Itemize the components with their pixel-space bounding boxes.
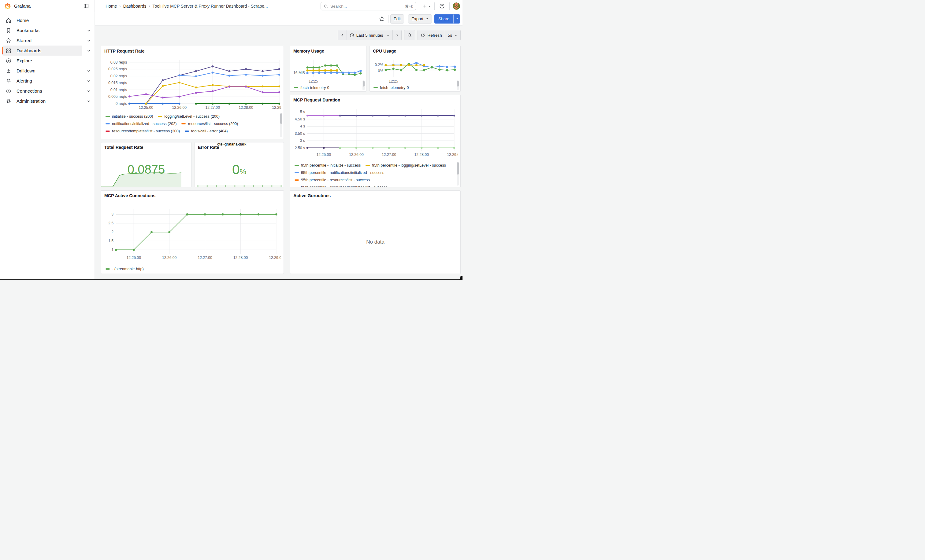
legend-item[interactable]: logging/setLevel - success (200) [158, 113, 220, 120]
panel-title[interactable]: Error Rate [198, 145, 219, 150]
sidebar-item-label: Administration [17, 98, 45, 104]
legend-item[interactable]: initialize - success (200) [105, 113, 153, 120]
legend-item[interactable]: notifications/initialized - success (202… [105, 120, 176, 128]
sidebar-item-explore[interactable]: Explore [3, 56, 82, 66]
legend-swatch [158, 116, 162, 117]
error-rate-sparkline[interactable] [197, 183, 282, 187]
legend-swatch [374, 87, 378, 89]
legend-item[interactable]: 95th percentile - initialize - success [295, 162, 361, 169]
no-data-message: No data [290, 239, 460, 245]
divider [406, 15, 406, 23]
legend-item[interactable]: 95th percentile - resources/templates/li… [295, 184, 387, 187]
svg-text:12:25:00: 12:25:00 [127, 255, 141, 260]
cpu-usage-chart[interactable]: 0.2%0%12:25 [372, 56, 458, 84]
sidebar-item-alerting[interactable]: Alerting [3, 76, 82, 86]
time-shift-forward-button[interactable] [393, 30, 401, 40]
refresh-group: Refresh 5s [417, 30, 461, 41]
legend-item[interactable]: tools/list - success (200) [160, 135, 207, 137]
chevron-down-icon[interactable] [87, 89, 91, 93]
legend-item[interactable]: resources/list - success (200) [181, 120, 238, 128]
svg-text:12:29:00: 12:29:00 [447, 153, 458, 157]
svg-text:2.5: 2.5 [108, 221, 113, 225]
star-icon [6, 38, 12, 44]
add-button[interactable] [422, 4, 431, 9]
legend-item[interactable]: tools/call - success (200) [105, 135, 154, 137]
mcp-active-connections-chart[interactable]: 32.521.5112:25:0012:26:0012:27:0012:28:0… [104, 203, 281, 263]
share-dropdown-button[interactable] [453, 14, 460, 24]
svg-text:0.2%: 0.2% [375, 63, 383, 67]
share-button[interactable]: Share [434, 14, 453, 24]
legend-item[interactable]: resources/templates/list - success (200) [105, 128, 180, 135]
refresh-button[interactable]: Refresh [418, 30, 445, 40]
breadcrumb-home[interactable]: Home [105, 4, 117, 9]
panel-title[interactable]: HTTP Request Rate [104, 49, 145, 54]
memory-usage-chart[interactable]: 16 MiB12:25 [292, 56, 364, 84]
svg-text:12:27:00: 12:27:00 [382, 153, 396, 157]
panel-title[interactable]: MCP Request Duration [293, 98, 340, 102]
dashboard-canvas: Last 5 minutes Refresh 5s [95, 26, 462, 280]
sidebar-item-starred[interactable]: Starred [3, 36, 82, 45]
panel-title[interactable]: Memory Usage [293, 49, 324, 54]
sidebar-item-connections[interactable]: Connections [3, 86, 82, 96]
dashboard-toolbar: Edit Export Share [95, 12, 462, 26]
legend-label: 95th percentile - resources/list - succe… [301, 178, 370, 182]
sidebar-collapse-icon[interactable] [82, 2, 90, 11]
sidebar-item-drilldown[interactable]: Drilldown [3, 66, 82, 76]
panel-title[interactable]: CPU Usage [373, 49, 396, 54]
time-shift-back-button[interactable] [338, 30, 347, 40]
legend-label: logging/setLevel - success (200) [164, 114, 220, 119]
http-request-rate-chart[interactable]: 0 req/s0.005 req/s0.01 req/s0.015 req/s0… [104, 57, 281, 111]
zoom-out-button[interactable] [404, 30, 415, 40]
legend-label: initialize - success (200) [112, 114, 153, 119]
star-icon[interactable] [378, 15, 386, 23]
chevron-down-icon[interactable] [87, 69, 91, 73]
legend-scrollbar [457, 80, 459, 90]
panel-title[interactable]: Active Goroutines [293, 193, 331, 198]
chevron-down-icon[interactable] [87, 29, 91, 33]
help-icon[interactable] [438, 2, 446, 11]
chevron-down-icon[interactable] [87, 99, 91, 103]
chevron-down-icon[interactable] [87, 39, 91, 43]
search-box[interactable]: ⌘+k [321, 2, 416, 11]
chevron-down-icon [425, 17, 429, 21]
scrollbar-thumb[interactable] [457, 162, 459, 174]
export-button[interactable]: Export [408, 14, 432, 24]
breadcrumb-current: ToolHive MCP Server & Proxy Runner Dashb… [153, 4, 268, 9]
breadcrumb-dashboards[interactable]: Dashboards [123, 4, 146, 9]
legend-label: - (streamable-http) [112, 267, 144, 271]
legend-item[interactable]: unknown - success (200) [212, 135, 261, 137]
panel-error-rate: Error Rate 0% [194, 142, 284, 188]
avatar[interactable] [453, 3, 460, 10]
legend-item[interactable]: 95th percentile - logging/setLevel - suc… [366, 162, 446, 169]
breadcrumb: Home › Dashboards › ToolHive MCP Server … [105, 4, 268, 9]
time-range-picker[interactable]: Last 5 minutes [347, 30, 393, 40]
mcp-request-duration-chart[interactable]: 5 s4.50 s4 s3.50 s3 s2.50 s12:25:0012:26… [293, 106, 458, 159]
edit-button[interactable]: Edit [390, 14, 404, 24]
sidebar-item-home[interactable]: Home [3, 15, 82, 26]
scrollbar-thumb[interactable] [363, 81, 365, 87]
svg-text:12:25:00: 12:25:00 [139, 105, 154, 110]
svg-text:1.5: 1.5 [108, 239, 113, 243]
chevron-down-icon[interactable] [87, 49, 91, 53]
error-rate-value: 0% [195, 162, 283, 177]
svg-text:12:27:00: 12:27:00 [205, 105, 220, 110]
panel-title[interactable]: MCP Active Connections [104, 193, 155, 198]
sidebar-item-dashboards[interactable]: Dashboards [3, 45, 82, 56]
legend-item[interactable]: 95th percentile - resources/list - succe… [295, 176, 370, 184]
scrollbar-thumb[interactable] [457, 81, 459, 87]
legend-item[interactable]: 95th percentile - notifications/initiali… [295, 169, 384, 176]
chevron-down-icon[interactable] [87, 79, 91, 83]
panel-title[interactable]: Total Request Rate [104, 145, 143, 150]
refresh-interval-picker[interactable]: 5s [445, 30, 460, 40]
legend-item[interactable]: fetch-telemetry-0 [294, 84, 329, 92]
legend-item[interactable]: tools/call - error (404) [185, 128, 228, 135]
legend-label: 95th percentile - logging/setLevel - suc… [372, 163, 446, 168]
legend-item[interactable]: fetch-telemetry-0 [374, 84, 409, 92]
svg-text:0%: 0% [378, 69, 383, 73]
scrollbar-thumb[interactable] [280, 113, 282, 124]
sidebar-item-bookmarks[interactable]: Bookmarks [3, 26, 82, 36]
sidebar-item-administration[interactable]: Administration [3, 96, 82, 106]
legend-item[interactable]: - (streamable-http) [105, 265, 144, 273]
search-input[interactable] [330, 4, 403, 9]
grafana-logo-icon[interactable] [4, 3, 11, 9]
